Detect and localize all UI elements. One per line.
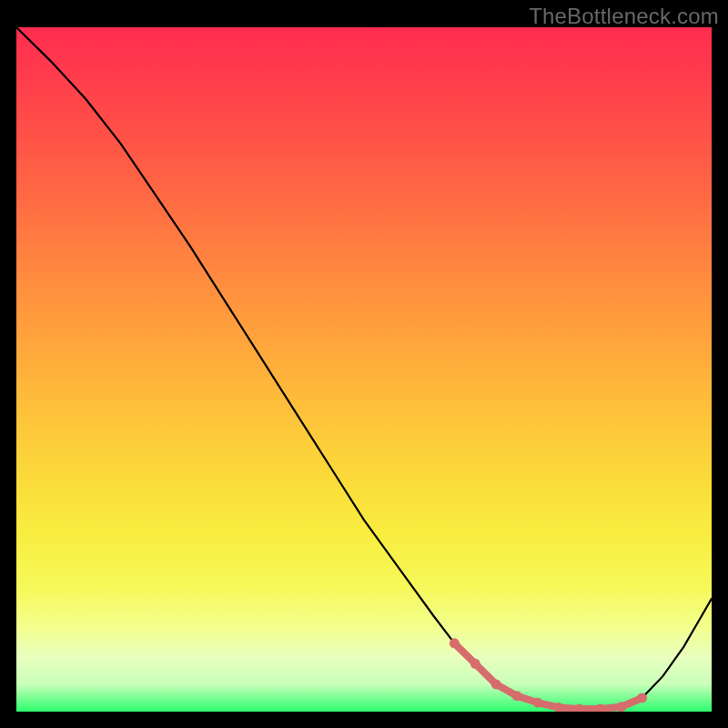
plot-gradient-bg: [16, 27, 712, 712]
watermark-text: TheBottleneck.com: [529, 4, 719, 29]
plot-frame: [16, 27, 712, 712]
chart-stage: TheBottleneck.com: [0, 0, 728, 728]
